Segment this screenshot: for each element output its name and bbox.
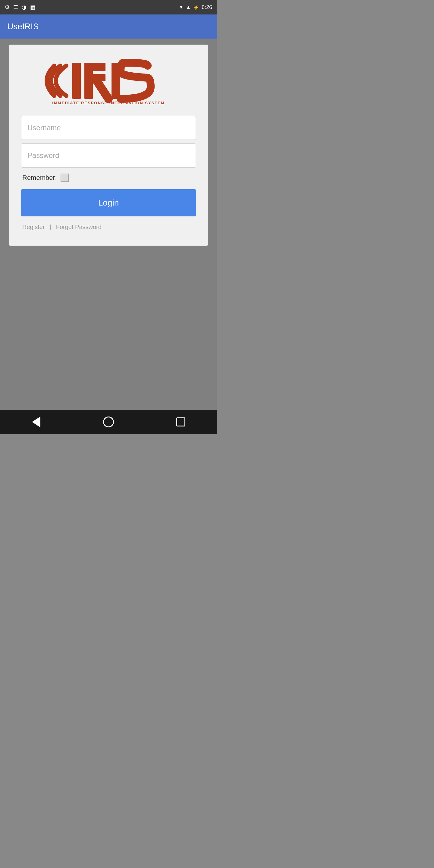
login-button[interactable]: Login — [21, 189, 196, 216]
status-bar: ⚙ ☰ ◑ ▦ ▼ ▲ ⚡ 6:26 — [0, 0, 217, 14]
form-fields — [21, 116, 196, 167]
wifi-icon: ▼ — [179, 4, 184, 10]
app-bar: UseIRIS — [0, 14, 217, 38]
sync-icon: ◑ — [22, 4, 27, 10]
status-icons-right: ▼ ▲ ⚡ 6:26 — [179, 4, 212, 10]
content-area: IMMEDIATE RESPONSE INFORMATION SYSTEM Re… — [0, 38, 217, 410]
iris-logo: IMMEDIATE RESPONSE INFORMATION SYSTEM — [30, 57, 187, 105]
remember-row: Remember: — [21, 174, 196, 182]
password-input[interactable] — [21, 144, 196, 167]
svg-text:IMMEDIATE RESPONSE INFORMATION: IMMEDIATE RESPONSE INFORMATION SYSTEM — [52, 101, 164, 105]
nav-bar — [0, 410, 217, 434]
settings-icon: ⚙ — [5, 4, 10, 10]
signal-icon: ▲ — [186, 4, 191, 10]
login-card: IMMEDIATE RESPONSE INFORMATION SYSTEM Re… — [9, 44, 208, 246]
links-row: Register | Forgot Password — [21, 224, 196, 230]
register-link[interactable]: Register — [22, 224, 44, 230]
svg-rect-2 — [84, 63, 105, 71]
recents-icon — [176, 417, 185, 427]
username-input[interactable] — [21, 116, 196, 140]
storage-icon: ▦ — [30, 4, 35, 10]
app-title: UseIRIS — [7, 22, 38, 31]
remember-checkbox[interactable] — [61, 174, 69, 182]
remember-label: Remember: — [22, 174, 57, 182]
nav-home-button[interactable] — [99, 413, 118, 431]
nav-back-button[interactable] — [27, 413, 45, 431]
logo-container: IMMEDIATE RESPONSE INFORMATION SYSTEM — [21, 57, 196, 105]
forgot-password-link[interactable]: Forgot Password — [56, 224, 101, 230]
home-icon — [103, 416, 114, 427]
status-time: 6:26 — [202, 4, 212, 10]
battery-icon: ⚡ — [193, 4, 199, 10]
nav-recents-button[interactable] — [172, 413, 190, 431]
svg-rect-0 — [72, 63, 81, 99]
links-divider: | — [50, 224, 51, 230]
back-icon — [32, 416, 40, 427]
status-icons-left: ⚙ ☰ ◑ ▦ — [5, 4, 35, 10]
messages-icon: ☰ — [13, 4, 18, 10]
